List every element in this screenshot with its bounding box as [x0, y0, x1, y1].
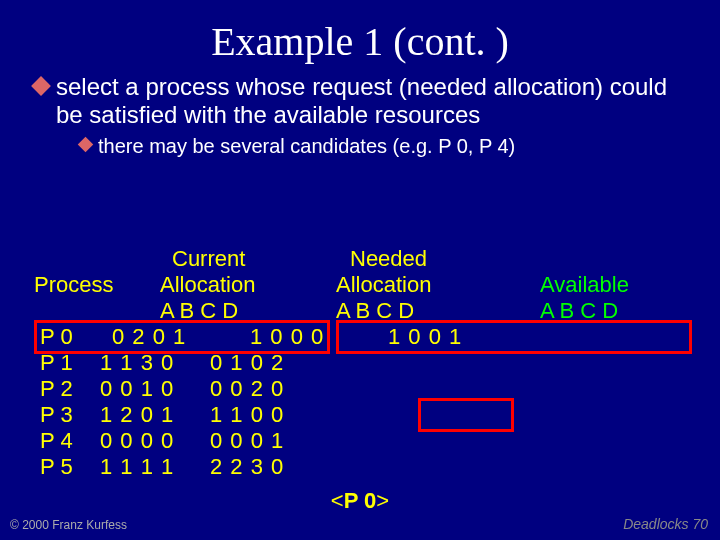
bullet-diamond-icon: [31, 76, 51, 96]
row-p5-need: 2 2 3 0: [210, 454, 284, 480]
highlight-box-avail-next: [418, 398, 514, 432]
table-area: Process Current Allocation A B C D Neede…: [0, 246, 720, 506]
header-needed-2: Allocation: [336, 272, 431, 298]
header-current-2: Allocation: [160, 272, 255, 298]
row-p3-cur: 1 2 0 1: [100, 402, 174, 428]
footer-page: Deadlocks 70: [623, 516, 708, 532]
angle-left: <: [331, 488, 344, 513]
highlight-box-p0: [34, 320, 330, 354]
row-p5-cur: 1 1 1 1: [100, 454, 174, 480]
bullet-sub-text: there may be several candidates (e.g. P …: [98, 135, 515, 157]
row-p3-need: 1 1 0 0: [210, 402, 284, 428]
row-p5-name: P 5: [40, 454, 73, 480]
header-current-1: Current: [172, 246, 245, 272]
bullet-main-text: select a process whose request (needed a…: [56, 73, 667, 128]
slide: Example 1 (cont. ) select a process whos…: [0, 0, 720, 540]
header-available-1: Available: [540, 272, 629, 298]
angle-right: >: [376, 488, 389, 513]
footer-copyright: © 2000 Franz Kurfess: [10, 518, 127, 532]
slide-body: select a process whose request (needed a…: [0, 73, 720, 158]
row-p2-name: P 2: [40, 376, 73, 402]
row-p2-need: 0 0 2 0: [210, 376, 284, 402]
selected-process-name: P 0: [344, 488, 377, 513]
row-p4-name: P 4: [40, 428, 73, 454]
header-needed-1: Needed: [350, 246, 427, 272]
bullet-main: select a process whose request (needed a…: [34, 73, 700, 128]
selected-process: <P 0>: [0, 488, 720, 514]
row-p2-cur: 0 0 1 0: [100, 376, 174, 402]
header-process: Process: [34, 272, 113, 298]
row-p4-cur: 0 0 0 0: [100, 428, 174, 454]
bullet-diamond-icon: [78, 137, 94, 153]
slide-title: Example 1 (cont. ): [0, 0, 720, 73]
row-p3-name: P 3: [40, 402, 73, 428]
bullet-sub: there may be several candidates (e.g. P …: [80, 134, 700, 158]
row-p4-need: 0 0 0 1: [210, 428, 284, 454]
highlight-box-avail-top: [336, 320, 692, 354]
